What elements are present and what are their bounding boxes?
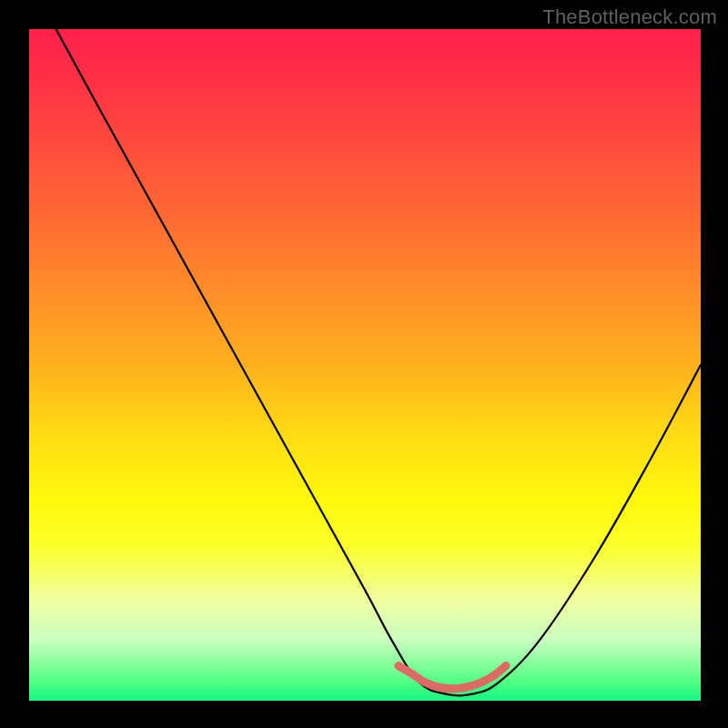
bottleneck-curve-path bbox=[56, 29, 701, 695]
optimal-marker-path bbox=[399, 666, 506, 689]
watermark-text: TheBottleneck.com bbox=[542, 5, 717, 29]
plot-area bbox=[29, 29, 701, 701]
curve-svg bbox=[29, 29, 701, 701]
bottleneck-chart: TheBottleneck.com bbox=[0, 0, 728, 728]
